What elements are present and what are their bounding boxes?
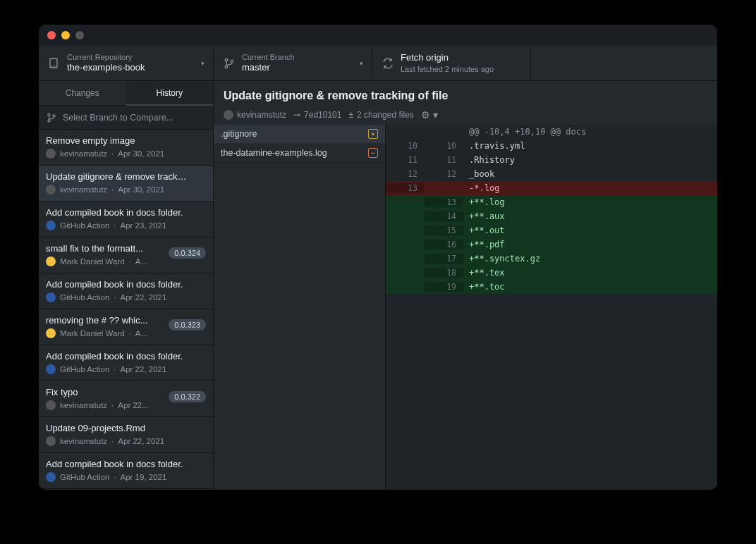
sync-icon	[382, 58, 394, 69]
diff-line: 1010.travis.yml	[386, 139, 717, 153]
commit-tag: 0.0.324	[169, 247, 206, 259]
commit-item[interactable]: Add compiled book in docs folder. GitHub…	[39, 453, 213, 489]
commit-item-title: Update gitignore & remove tracki...	[46, 171, 187, 182]
commit-author: kevinamstutz	[224, 110, 286, 120]
branch-label: Current Branch	[242, 52, 295, 62]
commit-item-date: A...	[135, 329, 147, 338]
current-branch-dropdown[interactable]: Current Branch master ▾	[214, 46, 372, 80]
commit-item[interactable]: Remove empty image kevinamstutz ·Apr 30,…	[39, 130, 213, 166]
commit-item-title: Add compiled book in docs folder.	[46, 279, 187, 290]
commit-item-title: Update 09-projects.Rmd	[46, 423, 187, 433]
svg-point-3	[225, 66, 228, 68]
avatar	[46, 292, 56, 302]
changed-files-count[interactable]: ± 2 changed files	[348, 110, 413, 120]
commit-item[interactable]: Fix typo kevinamstutz ·Apr 22... 0.0.322	[39, 381, 213, 417]
tab-changes[interactable]: Changes	[39, 81, 126, 106]
commit-item-title: removing the # ?? whic...	[46, 315, 187, 326]
commit-item[interactable]: Add compiled book in docs folder. GitHub…	[39, 273, 213, 309]
commit-icon: ⊸	[293, 110, 300, 120]
commit-item[interactable]: Update 09-projects.Rmd kevinamstutz ·Apr…	[39, 417, 213, 453]
branch-icon	[224, 58, 235, 69]
sidebar-tabs: Changes History	[39, 81, 213, 106]
chevron-down-icon: ▾	[360, 60, 363, 67]
diff-line: 13+**.log	[386, 195, 717, 209]
changed-file[interactable]: the-datamine-examples.log −	[214, 144, 385, 163]
commit-item-date: Apr 22, 2021	[121, 293, 167, 302]
commit-item-date: Apr 30, 2021	[118, 185, 164, 194]
commit-item[interactable]: Update gitignore & remove tracki... kevi…	[39, 166, 213, 202]
commit-item-title: Add compiled book in docs folder.	[46, 459, 187, 469]
commit-header: Update gitignore & remove tracking of fi…	[214, 81, 717, 125]
file-name: .gitignore	[221, 129, 257, 139]
changed-file-list[interactable]: .gitignore •the-datamine-examples.log −	[214, 125, 386, 490]
fetch-meta: Last fetched 2 minutes ago	[401, 64, 494, 74]
avatar	[46, 436, 56, 446]
close-window-button[interactable]	[47, 31, 56, 39]
commit-item-author: GitHub Action	[60, 473, 109, 481]
diff-line: 14+**.aux	[386, 209, 717, 223]
diff-line: 18+**.tex	[386, 266, 717, 280]
diff-view[interactable]: @@ -10,4 +10,10 @@ docs1010.travis.yml11…	[386, 125, 717, 490]
current-repository-dropdown[interactable]: Current Repository the-examples-book ▾	[39, 46, 214, 80]
commit-item[interactable]: Update 09-projects.Rmd	[39, 489, 213, 490]
commit-item-author: GitHub Action	[60, 293, 109, 302]
fetch-label: Fetch origin	[401, 52, 494, 64]
avatar	[46, 185, 56, 194]
svg-point-7	[53, 114, 55, 116]
svg-point-4	[231, 60, 233, 63]
commit-item-date: Apr 23, 2021	[121, 221, 167, 230]
avatar	[46, 328, 56, 338]
changed-file[interactable]: .gitignore •	[214, 125, 385, 144]
commit-item[interactable]: Add compiled book in docs folder. GitHub…	[39, 345, 213, 381]
commit-item-title: Fix typo	[46, 387, 187, 397]
commit-item-title: Add compiled book in docs folder.	[46, 207, 187, 218]
app-window: Current Repository the-examples-book ▾ C…	[39, 25, 717, 490]
svg-rect-1	[50, 66, 57, 68]
chevron-down-icon: ▾	[201, 60, 205, 67]
commit-item[interactable]: Add compiled book in docs folder. GitHub…	[39, 202, 213, 237]
commit-item-date: Apr 22, 2021	[118, 437, 164, 445]
window-controls	[47, 31, 84, 39]
svg-point-2	[225, 58, 228, 61]
maximize-window-button[interactable]	[75, 31, 84, 39]
diff-line: 1212_book	[386, 167, 717, 181]
commit-tag: 0.0.322	[169, 391, 206, 402]
minimize-window-button[interactable]	[61, 31, 70, 39]
commit-list[interactable]: Remove empty image kevinamstutz ·Apr 30,…	[39, 130, 213, 490]
svg-point-6	[48, 119, 50, 121]
commit-item-date: Apr 22...	[118, 401, 148, 409]
commit-item-author: GitHub Action	[60, 365, 109, 373]
diff-line: 1111.Rhistory	[386, 153, 717, 167]
main-pane: Update gitignore & remove tracking of fi…	[214, 81, 717, 490]
diff-options-button[interactable]: ⚙ ▾	[421, 109, 438, 120]
diff-hunk-header: @@ -10,4 +10,10 @@ docs	[463, 127, 717, 137]
avatar	[46, 256, 56, 266]
commit-item-title: small fix to the formatt...	[46, 243, 187, 254]
file-status-icon: •	[368, 129, 378, 139]
commit-item-author: kevinamstutz	[60, 185, 107, 194]
fetch-origin-button[interactable]: Fetch origin Last fetched 2 minutes ago	[372, 46, 531, 80]
commit-item-author: GitHub Action	[60, 221, 109, 230]
avatar	[46, 400, 56, 410]
commit-item-date: Apr 19, 2021	[121, 473, 167, 481]
repo-label: Current Repository	[67, 52, 145, 62]
branch-icon	[46, 112, 57, 123]
commit-item-author: kevinamstutz	[60, 149, 107, 158]
commit-item-date: Apr 22, 2021	[121, 365, 167, 373]
commit-item-author: kevinamstutz	[60, 437, 107, 445]
commit-tag: 0.0.323	[169, 319, 206, 330]
repo-name: the-examples-book	[67, 62, 145, 74]
avatar	[46, 364, 56, 374]
commit-item[interactable]: removing the # ?? whic... Mark Daniel Wa…	[39, 309, 213, 345]
diff-icon: ±	[348, 110, 353, 120]
commit-title: Update gitignore & remove tracking of fi…	[224, 89, 707, 102]
commit-item-title: Add compiled book in docs folder.	[46, 351, 187, 361]
toolbar: Current Repository the-examples-book ▾ C…	[39, 46, 717, 81]
commit-item[interactable]: small fix to the formatt... Mark Daniel …	[39, 237, 213, 273]
commit-item-author: Mark Daniel Ward	[60, 257, 125, 266]
branch-compare-select[interactable]: Select Branch to Compare...	[39, 106, 213, 130]
commit-item-author: kevinamstutz	[60, 401, 107, 409]
diff-line: 17+**.synctex.gz	[386, 252, 717, 266]
tab-history[interactable]: History	[126, 81, 214, 106]
commit-sha[interactable]: ⊸ 7ed10101	[293, 110, 341, 120]
